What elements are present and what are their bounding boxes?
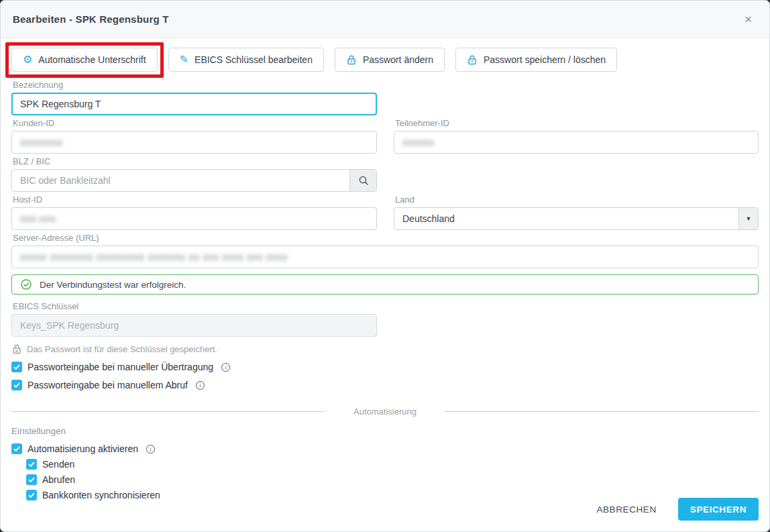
password-saved-note: Das Passwort ist für diese Schlüssel ges… bbox=[11, 343, 759, 354]
teilnehmer-id-input[interactable]: xxxxxx bbox=[394, 131, 759, 154]
host-id-input[interactable]: xxx-xxx bbox=[11, 207, 377, 230]
server-adresse-input[interactable]: xxxxx xxxxxxxx xxxxxxxxx xxxxxxx xx xxx … bbox=[11, 246, 759, 268]
checkbox-checked[interactable] bbox=[26, 459, 37, 470]
lock-icon bbox=[346, 54, 357, 65]
redacted-value: xxxxx xxxxxxxx xxxxxxxxx xxxxxxx xx xxx … bbox=[20, 252, 288, 262]
action-button-row: ⚙ Automatische Unterschrift ✎ EBICS Schl… bbox=[11, 48, 759, 72]
info-icon[interactable]: i bbox=[146, 445, 155, 454]
check-circle-icon bbox=[21, 279, 32, 290]
divider-line bbox=[445, 411, 759, 412]
note-text: Das Passwort ist für diese Schlüssel ges… bbox=[27, 344, 217, 354]
dialog-body: ⚙ Automatische Unterschrift ✎ EBICS Schl… bbox=[1, 48, 769, 500]
checkbox-label: Automatisierung aktivieren bbox=[28, 443, 138, 454]
ebics-schluessel-value: Keys_SPK Regensburg bbox=[20, 320, 119, 331]
kunden-id-label: Kunden-ID bbox=[13, 118, 377, 129]
land-label: Land bbox=[395, 195, 759, 205]
bank-search-button[interactable] bbox=[349, 170, 376, 191]
redacted-value: xxxxxxxx bbox=[20, 137, 63, 148]
dialog-title: Bearbeiten - SPK Regensburg T bbox=[13, 13, 169, 25]
button-label: EBICS Schlüssel bearbeiten bbox=[195, 54, 313, 65]
checkbox-checked[interactable] bbox=[26, 474, 37, 485]
server-adresse-label: Server-Adresse (URL) bbox=[13, 233, 759, 244]
checkbox-checked[interactable] bbox=[11, 362, 22, 372]
checkbox-label: Passworteingabe bei manuellem Abruf bbox=[28, 380, 188, 390]
checkbox-label: Abrufen bbox=[42, 474, 75, 485]
divider-label: Automatisierung bbox=[325, 407, 445, 417]
einstellungen-label: Einstellungen bbox=[11, 426, 759, 436]
blz-bic-label: BLZ / BIC bbox=[13, 156, 377, 167]
chevron-down-icon: ▼ bbox=[746, 215, 752, 222]
passworteingabe-uebertragung-row: Passworteingabe bei manueller Übertragun… bbox=[11, 362, 759, 372]
button-label: Passwort ändern bbox=[363, 54, 433, 65]
ebics-schluessel-label: EBICS Schlüssel bbox=[13, 301, 759, 312]
checkbox-label: Passworteingabe bei manueller Übertragun… bbox=[28, 362, 213, 372]
host-id-label: Host-ID bbox=[13, 195, 377, 205]
land-select[interactable]: Deutschland ▼ bbox=[394, 207, 759, 230]
checkbox-label: Bankkonten synchronisieren bbox=[42, 490, 160, 500]
success-message: Der Verbindungstest war erfolgreich. bbox=[40, 280, 186, 290]
teilnehmer-id-label: Teilnehmer-ID bbox=[395, 118, 759, 129]
button-label: Passwort speichern / löschen bbox=[484, 54, 606, 65]
kunden-id-input[interactable]: xxxxxxxx bbox=[11, 131, 377, 154]
close-icon[interactable]: × bbox=[740, 10, 756, 28]
info-icon[interactable]: i bbox=[221, 363, 230, 372]
senden-row: Senden bbox=[26, 459, 759, 470]
bezeichnung-label: Bezeichnung bbox=[13, 80, 759, 91]
ebics-schluessel-input: Keys_SPK Regensburg bbox=[11, 314, 377, 337]
dialog-footer: ABBRECHEN SPEICHERN bbox=[592, 498, 759, 521]
automatisierung-divider: Automatisierung bbox=[11, 407, 759, 417]
checkbox-checked[interactable] bbox=[26, 490, 37, 500]
abrufen-row: Abrufen bbox=[26, 474, 759, 485]
lock-check-icon bbox=[11, 343, 22, 354]
speichern-button[interactable]: SPEICHERN bbox=[678, 498, 759, 521]
button-label: Automatische Unterschrift bbox=[38, 54, 146, 65]
blz-bic-input[interactable] bbox=[12, 170, 349, 191]
lock-icon bbox=[467, 54, 478, 65]
blz-bic-input-group bbox=[11, 169, 377, 192]
checkbox-checked[interactable] bbox=[11, 380, 22, 390]
passworteingabe-abruf-row: Passworteingabe bei manuellem Abruf i bbox=[11, 380, 759, 390]
redacted-value: xxx-xxx bbox=[20, 213, 56, 224]
divider-line bbox=[11, 411, 325, 412]
automatische-unterschrift-button[interactable]: ⚙ Automatische Unterschrift bbox=[11, 48, 158, 72]
bezeichnung-input[interactable] bbox=[11, 93, 377, 115]
info-icon[interactable]: i bbox=[196, 381, 205, 390]
passwort-aendern-button[interactable]: Passwort ändern bbox=[335, 48, 445, 72]
land-select-arrow-area[interactable]: ▼ bbox=[738, 208, 758, 229]
search-icon bbox=[358, 175, 369, 186]
automatisierung-aktivieren-row: Automatisierung aktivieren i bbox=[11, 443, 759, 454]
redacted-value: xxxxxx bbox=[402, 137, 435, 148]
land-selected-value: Deutschland bbox=[394, 208, 738, 229]
connection-test-success-banner: Der Verbindungstest war erfolgreich. bbox=[11, 274, 759, 295]
checkbox-label: Senden bbox=[42, 459, 74, 470]
edit-bank-access-dialog: Bearbeiten - SPK Regensburg T × ⚙ Automa… bbox=[0, 0, 770, 532]
dialog-header: Bearbeiten - SPK Regensburg T × bbox=[1, 1, 769, 38]
passwort-speichern-loeschen-button[interactable]: Passwort speichern / löschen bbox=[455, 48, 617, 72]
gear-icon: ⚙ bbox=[23, 54, 32, 65]
abbrechen-button[interactable]: ABBRECHEN bbox=[592, 499, 660, 520]
highlight-annotation-wrapper: ⚙ Automatische Unterschrift bbox=[11, 48, 158, 72]
checkbox-checked[interactable] bbox=[11, 443, 22, 454]
ebics-schluessel-bearbeiten-button[interactable]: ✎ EBICS Schlüssel bearbeiten bbox=[168, 48, 324, 72]
pencil-icon: ✎ bbox=[180, 54, 188, 65]
